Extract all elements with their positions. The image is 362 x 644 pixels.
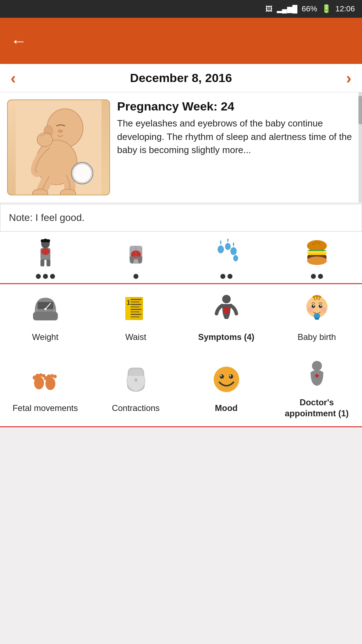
- symptoms-label: Symptoms (4): [198, 331, 254, 342]
- dot: [318, 274, 323, 279]
- baby-birth-item[interactable]: Baby birth: [272, 284, 362, 350]
- battery-icon: 🔋: [322, 4, 331, 13]
- svg-rect-28: [33, 312, 58, 320]
- clock: 12:06: [335, 4, 355, 13]
- svg-point-21: [233, 255, 238, 261]
- svg-point-19: [225, 243, 231, 250]
- fetal-icon: [31, 365, 60, 397]
- symptoms-icon: [212, 294, 241, 326]
- svg-point-71: [220, 374, 224, 379]
- pregnancy-text: Pregnancy Week: 24 The eyelashes and eye…: [117, 99, 355, 195]
- svg-point-45: [222, 295, 231, 303]
- mood-label: Mood: [215, 402, 238, 413]
- status-bar: 🖼 ▂▄▆█ 66% 🔋 12:06: [0, 0, 362, 18]
- symptoms-carousel: [0, 232, 362, 284]
- svg-point-49: [320, 307, 326, 313]
- chest-pain-icon: [31, 239, 60, 271]
- waist-icon: 1: [122, 294, 150, 326]
- svg-point-48: [308, 307, 313, 313]
- note-field[interactable]: Note: I feel good.: [0, 204, 362, 232]
- symptom-food[interactable]: [303, 239, 331, 279]
- svg-rect-13: [40, 259, 44, 266]
- svg-point-52: [313, 305, 314, 306]
- pregnancy-info-section: Pregnancy Week: 24 The eyelashes and eye…: [0, 92, 362, 202]
- dot: [133, 274, 138, 279]
- current-date: December 8, 2016: [130, 71, 232, 85]
- contractions-icon: [122, 365, 150, 397]
- svg-point-5: [37, 133, 53, 147]
- battery-level: 66%: [302, 4, 317, 13]
- svg-point-74: [230, 375, 231, 377]
- mood-item[interactable]: Mood: [181, 350, 272, 426]
- screen-icon: 🖼: [265, 5, 273, 13]
- svg-rect-14: [46, 259, 50, 266]
- pregnancy-week-title: Pregnancy Week: 24: [117, 99, 355, 113]
- back-pain-icon: [122, 239, 150, 271]
- fetal-label: Fetal movements: [12, 402, 78, 413]
- svg-point-31: [44, 308, 46, 310]
- symptom-nausea[interactable]: [212, 239, 241, 279]
- svg-point-75: [312, 361, 322, 371]
- tracking-grid: Weight 1 Waist: [0, 284, 362, 427]
- back-button[interactable]: ←: [11, 33, 27, 49]
- dot: [50, 274, 55, 279]
- svg-line-58: [319, 298, 320, 300]
- fetal-item[interactable]: Fetal movements: [0, 350, 90, 426]
- pregnancy-description: The eyelashes and eyebrows of the baby c…: [117, 117, 355, 157]
- date-navigation: ‹ December 8, 2016 ›: [0, 64, 362, 92]
- svg-point-69: [135, 378, 137, 382]
- doctor-label: Doctor's appointment (1): [275, 397, 358, 419]
- weight-icon: [31, 294, 60, 326]
- food-dots: [311, 274, 323, 279]
- back-dots: [133, 274, 138, 279]
- top-nav-bar: ←: [0, 18, 362, 64]
- svg-point-68: [53, 375, 57, 378]
- note-text: Note: I feel good.: [9, 212, 84, 223]
- svg-point-9: [73, 164, 92, 183]
- scroll-indicator: [358, 92, 362, 202]
- next-date-button[interactable]: ›: [346, 69, 351, 87]
- symptom-chest[interactable]: [31, 239, 60, 279]
- svg-point-73: [220, 375, 222, 377]
- svg-rect-55: [315, 318, 319, 320]
- nausea-icon: [212, 239, 241, 271]
- svg-point-18: [218, 245, 224, 253]
- svg-point-25: [315, 242, 317, 243]
- svg-point-27: [307, 256, 327, 265]
- chest-dots: [36, 274, 55, 279]
- dot: [227, 274, 232, 279]
- contractions-item[interactable]: Contractions: [90, 350, 181, 426]
- symptoms-item[interactable]: Symptoms (4): [181, 284, 272, 350]
- doctor-icon: [303, 359, 331, 392]
- waist-item[interactable]: 1 Waist: [90, 284, 181, 350]
- dot: [311, 274, 316, 279]
- svg-line-57: [314, 298, 315, 300]
- baby-image: [7, 99, 110, 195]
- baby-birth-icon: [303, 294, 331, 326]
- weight-label: Weight: [32, 331, 58, 342]
- signal-icon: ▂▄▆█: [277, 5, 297, 13]
- mood-icon: [212, 365, 241, 397]
- svg-rect-77: [316, 374, 318, 378]
- svg-text:1: 1: [127, 299, 130, 306]
- dot: [43, 274, 48, 279]
- svg-point-46: [223, 307, 230, 314]
- symptom-back[interactable]: [122, 239, 150, 279]
- dot: [36, 274, 41, 279]
- dot: [220, 274, 225, 279]
- svg-point-70: [214, 367, 239, 392]
- svg-point-53: [320, 305, 322, 306]
- food-icon: [303, 239, 331, 271]
- nausea-dots: [220, 274, 232, 279]
- scroll-thumb: [358, 96, 362, 124]
- baby-birth-label: Baby birth: [297, 331, 336, 342]
- svg-point-72: [229, 374, 233, 379]
- bottom-area: [0, 427, 362, 640]
- svg-point-66: [47, 374, 51, 379]
- weight-item[interactable]: Weight: [0, 284, 90, 350]
- doctor-item[interactable]: Doctor's appointment (1): [272, 350, 362, 426]
- waist-label: Waist: [125, 331, 146, 342]
- contractions-label: Contractions: [112, 402, 160, 413]
- svg-point-61: [35, 374, 40, 378]
- prev-date-button[interactable]: ‹: [11, 69, 16, 87]
